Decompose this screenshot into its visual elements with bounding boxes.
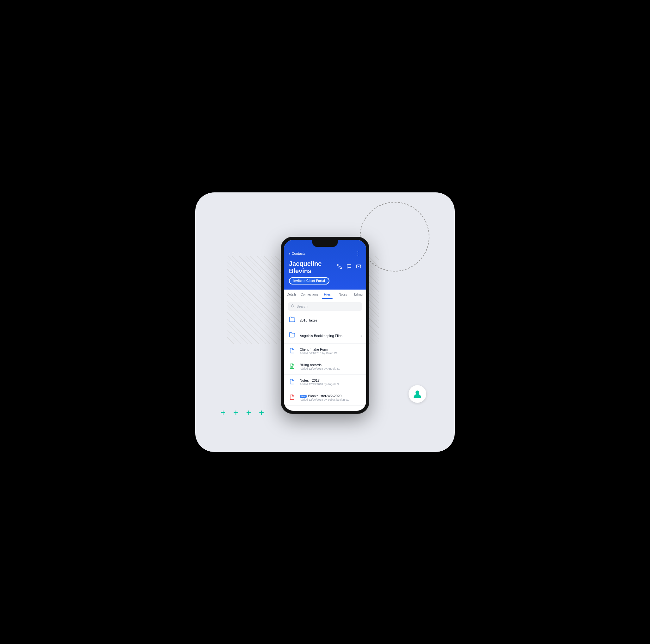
folder-icon-wrap: [288, 331, 296, 340]
avatar-bubble: [408, 385, 426, 403]
document-icon: [289, 348, 295, 355]
phone-screen: ‹ Contacts ⋮ Jacqueline Blevins: [284, 240, 366, 411]
file-list: 2018 Taxes ›: [284, 313, 366, 411]
file-name: NewBlockbuster-W2-2020: [300, 394, 362, 398]
name-actions-row: Jacqueline Blevins: [289, 260, 361, 277]
file-name: Billing records: [300, 363, 362, 367]
svg-line-2: [293, 307, 294, 307]
list-item[interactable]: Client Intake Form Added 8/21/2018 by Ow…: [284, 344, 366, 359]
phone-action-icon[interactable]: [337, 264, 342, 270]
pdf-icon: [289, 394, 295, 402]
sheet-icon-wrap: [288, 362, 296, 371]
plus-sign-4: +: [259, 408, 264, 417]
list-item[interactable]: Angela's Bookkeeping Files ›: [284, 328, 366, 344]
chevron-right-icon: ›: [361, 333, 362, 338]
list-item[interactable]: Notes - 2017 Added 12/29/2018 by Angela …: [284, 375, 366, 390]
file-meta: Added 8/21/2018 by Owen W.: [300, 352, 362, 355]
plus-sign-2: +: [233, 408, 238, 417]
plus-signs-decoration: + + + +: [221, 408, 264, 417]
plus-sign-1: +: [221, 408, 226, 417]
list-item[interactable]: Billing records Added 12/29/2018 by Ange…: [284, 359, 366, 375]
file-name: Client Intake Form: [300, 348, 362, 351]
back-label: Contacts: [292, 252, 305, 255]
message-action-icon[interactable]: [347, 264, 352, 270]
back-button[interactable]: ‹ Contacts: [289, 251, 305, 256]
chevron-right-icon: ›: [361, 318, 362, 322]
file-info: Notes - 2017 Added 12/29/2018 by Angela …: [300, 379, 362, 386]
phone-device: ‹ Contacts ⋮ Jacqueline Blevins: [281, 237, 369, 414]
new-badge: New: [300, 395, 306, 398]
tab-connections[interactable]: Connections: [299, 290, 320, 299]
file-name: 2018 Taxes: [300, 318, 358, 322]
tab-files[interactable]: Files: [320, 290, 335, 299]
phone-frame: ‹ Contacts ⋮ Jacqueline Blevins: [281, 237, 369, 414]
plus-sign-3: +: [246, 408, 251, 417]
app-header: ‹ Contacts ⋮ Jacqueline Blevins: [284, 240, 366, 290]
file-name: Notes - 2017: [300, 379, 362, 382]
phone-notch: [312, 240, 338, 247]
search-bar[interactable]: Search: [288, 302, 362, 311]
file-info: Client Intake Form Added 8/21/2018 by Ow…: [300, 348, 362, 355]
contact-name: Jacqueline Blevins: [289, 260, 337, 275]
tab-notes[interactable]: Notes: [335, 290, 351, 299]
main-card: + + + + ‹ Contacts ⋮: [195, 192, 455, 452]
search-placeholder-text: Search: [296, 305, 308, 308]
doc-icon-wrap: [288, 378, 296, 387]
tab-billing[interactable]: Billing: [351, 290, 366, 299]
doc-icon-wrap: [288, 347, 296, 356]
header-top-row: ‹ Contacts ⋮: [289, 250, 361, 257]
dashed-circle-decoration: [360, 202, 429, 272]
folder-icon-wrap: [288, 316, 296, 325]
back-arrow-icon: ‹: [289, 251, 290, 256]
file-info: NewBlockbuster-W2-2020 Added 12/20/2018 …: [300, 394, 362, 401]
search-icon: [291, 304, 295, 309]
tab-details[interactable]: Details: [284, 290, 299, 299]
file-meta: Added 12/20/2018 by Sebastiantian W.: [300, 398, 362, 401]
list-item[interactable]: 2018 Taxes ›: [284, 313, 366, 328]
email-action-icon[interactable]: [356, 264, 361, 270]
contact-action-icons: [337, 264, 361, 270]
more-menu-icon[interactable]: ⋮: [355, 250, 361, 257]
spreadsheet-icon: [289, 363, 295, 370]
svg-point-0: [416, 391, 419, 394]
file-name: Angela's Bookkeeping Files: [300, 334, 358, 338]
folder-icon: [289, 332, 295, 339]
folder-icon: [289, 316, 295, 324]
list-item[interactable]: NewBlockbuster-W2-2020 Added 12/20/2018 …: [284, 390, 366, 406]
tabs-bar: Details Connections Files Notes Billing: [284, 290, 366, 299]
file-meta: Added 12/29/2018 by Angela S.: [300, 367, 362, 370]
file-info: 2018 Taxes: [300, 318, 358, 322]
document-icon: [289, 379, 295, 386]
avatar-icon: [412, 389, 423, 399]
invite-to-portal-button[interactable]: Invite to Client Portal: [289, 277, 329, 285]
file-info: Angela's Bookkeeping Files: [300, 334, 358, 338]
pdf-icon-wrap: [288, 393, 296, 402]
file-info: Billing records Added 12/29/2018 by Ange…: [300, 363, 362, 370]
file-meta: Added 12/29/2018 by Angela S.: [300, 383, 362, 386]
